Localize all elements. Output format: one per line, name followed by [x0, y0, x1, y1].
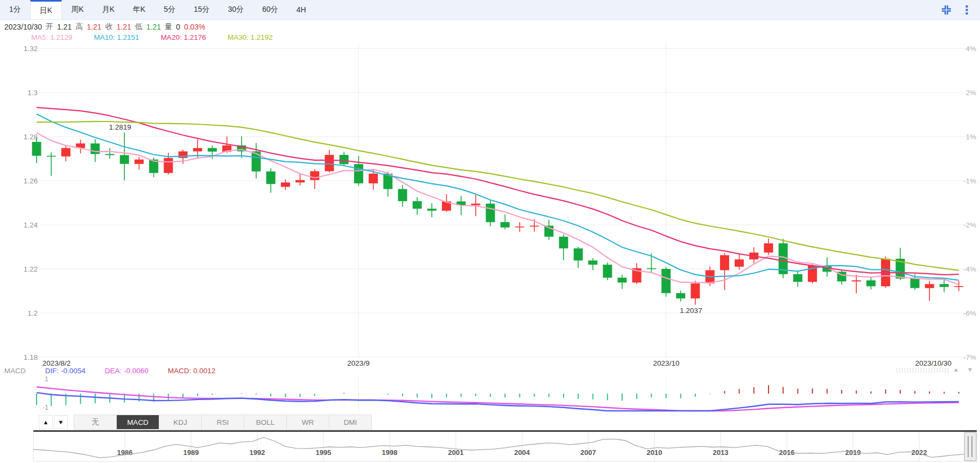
candle[interactable]: [120, 132, 129, 180]
period-tab-4H[interactable]: 4H: [287, 0, 315, 19]
macd-chart[interactable]: 1-1: [0, 375, 980, 412]
macd-axis-top: 1: [45, 375, 48, 383]
candle[interactable]: [793, 271, 802, 287]
macd-axis-bottom: -1: [43, 404, 48, 411]
macd-value: MACD: 0.0012: [168, 367, 216, 375]
low-annotation: 1.2037: [680, 307, 702, 315]
candle[interactable]: [632, 263, 641, 284]
candle[interactable]: [720, 253, 729, 290]
history-navigator[interactable]: 1986198919921995199820012004200720102013…: [0, 432, 980, 463]
indicator-tab-BOLL[interactable]: BOLL: [244, 415, 287, 429]
candle[interactable]: [925, 281, 934, 301]
indicator-tab-WR[interactable]: WR: [287, 415, 329, 429]
candle[interactable]: [852, 275, 861, 293]
macd-title: MACD: [4, 367, 26, 375]
pane-shrink-button[interactable]: ▼: [54, 415, 68, 429]
candle[interactable]: [47, 153, 56, 176]
candle[interactable]: [398, 185, 407, 206]
candle[interactable]: [676, 291, 685, 302]
candle[interactable]: [252, 143, 261, 179]
period-tab-5分[interactable]: 5分: [154, 0, 185, 19]
candle[interactable]: [691, 281, 700, 305]
period-tab-15分[interactable]: 15分: [185, 0, 219, 19]
indicator-tab-bar: ▲ ▼ 无MACDKDJRSIBOLLWRDMI: [0, 415, 980, 429]
quote-part: 0: [176, 23, 180, 31]
indicator-tab-无[interactable]: 无: [74, 415, 117, 429]
candle[interactable]: [310, 169, 319, 189]
indicator-tab-DMI[interactable]: DMI: [329, 415, 371, 429]
ma10-line: [37, 114, 959, 280]
navigator-year-label: 2007: [581, 448, 596, 457]
candle[interactable]: [266, 168, 276, 193]
indicator-tab-RSI[interactable]: RSI: [202, 415, 244, 429]
indicator-tab-KDJ[interactable]: KDJ: [159, 415, 202, 429]
quote-summary-bar: 2023/10/30开1.21高1.21收1.21低1.21量00.03%: [4, 22, 206, 32]
candle[interactable]: [603, 262, 612, 280]
price-axis-label: 1.32: [24, 45, 38, 53]
period-tab-60分[interactable]: 60分: [253, 0, 287, 19]
percent-axis-label: 4%: [965, 45, 976, 53]
candle[interactable]: [588, 258, 597, 270]
candle[interactable]: [954, 281, 963, 291]
ma5-line: [37, 133, 959, 285]
candle[interactable]: [940, 280, 949, 292]
candle[interactable]: [340, 152, 349, 166]
candle[interactable]: [837, 270, 847, 285]
price-axis-label: 1.22: [24, 265, 38, 273]
resize-up-icon[interactable]: ▲: [953, 366, 959, 373]
candle[interactable]: [545, 220, 554, 240]
candle[interactable]: [427, 203, 436, 217]
candle[interactable]: [61, 146, 70, 161]
candle[interactable]: [486, 200, 495, 226]
macd-value: DIF: -0.0054: [45, 367, 86, 375]
ma5-legend: MA5: 1.2129: [31, 33, 73, 41]
indicator-tabs: 无MACDKDJRSIBOLLWRDMI: [74, 415, 372, 430]
kebab-menu-icon[interactable]: [965, 5, 968, 15]
candle[interactable]: [76, 140, 85, 153]
candlestick-chart[interactable]: 1.324%1.32%1.281%1.26-1%1.24-2%1.22-4%1.…: [0, 43, 980, 368]
indicator-tab-MACD[interactable]: MACD: [117, 415, 159, 429]
range-slider-handle[interactable]: [964, 432, 976, 461]
period-tab-bar: 1分日K周K月K年K5分15分30分60分4H: [0, 0, 980, 20]
period-bar-icons: [941, 0, 968, 19]
candle[interactable]: [135, 157, 144, 170]
period-tab-日K[interactable]: 日K: [30, 0, 62, 19]
period-tab-30分[interactable]: 30分: [219, 0, 253, 19]
candle[interactable]: [295, 174, 305, 186]
candle[interactable]: [661, 267, 671, 296]
candle[interactable]: [808, 264, 817, 283]
period-tab-1分[interactable]: 1分: [0, 0, 30, 19]
period-tab-月K[interactable]: 月K: [93, 0, 123, 19]
quote-part: 收: [105, 22, 113, 32]
ma30-line: [37, 122, 959, 270]
candle[interactable]: [325, 150, 334, 173]
candle[interactable]: [618, 275, 627, 289]
candle[interactable]: [500, 215, 510, 230]
pane-expand-button[interactable]: ▲: [39, 415, 53, 429]
candle[interactable]: [574, 247, 583, 268]
exit-fullscreen-icon[interactable]: [941, 5, 951, 15]
candle[interactable]: [559, 234, 568, 260]
candle[interactable]: [866, 276, 876, 289]
period-tab-周K[interactable]: 周K: [62, 0, 93, 19]
pane-resize-handle[interactable]: [896, 368, 949, 373]
quote-part: 量: [165, 22, 172, 32]
candle[interactable]: [764, 239, 773, 255]
dea-line: [37, 387, 959, 411]
candle[interactable]: [896, 248, 905, 280]
candle[interactable]: [413, 197, 422, 215]
candle[interactable]: [105, 148, 115, 159]
history-line: [33, 438, 964, 458]
navigator-year-label: 1989: [184, 448, 199, 457]
percent-axis-label: -2%: [963, 221, 976, 229]
candle[interactable]: [515, 222, 524, 232]
date-axis-label: 2023/10/30: [915, 359, 951, 367]
candle[interactable]: [735, 254, 744, 270]
date-axis-label: 2023/9: [347, 359, 369, 367]
resize-down-icon[interactable]: ▼: [967, 366, 973, 373]
period-tab-年K[interactable]: 年K: [124, 0, 154, 19]
price-axis-label: 1.24: [24, 221, 38, 229]
candle[interactable]: [32, 138, 41, 163]
navigator-year-label: 1992: [250, 448, 265, 457]
quote-part: 0.03%: [184, 23, 206, 31]
